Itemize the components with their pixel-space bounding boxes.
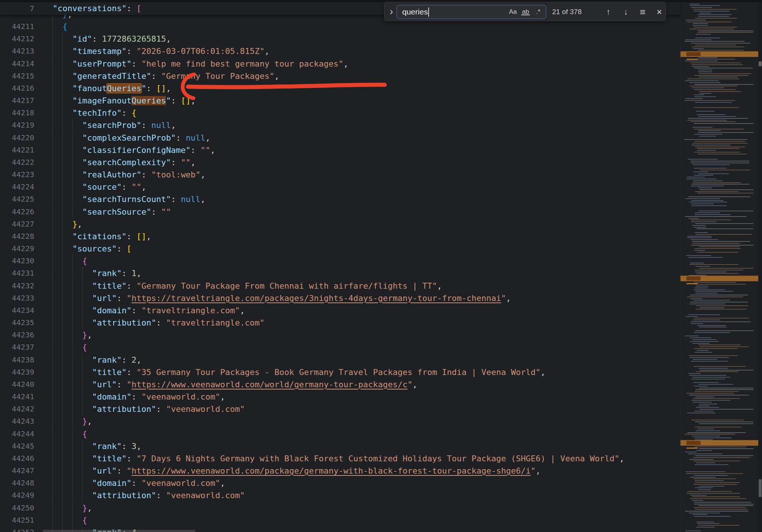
- indent-guide: [52, 169, 53, 181]
- minimap-code-line: [694, 141, 745, 142]
- overview-ruler-mark: [759, 61, 762, 66]
- code-text: {: [43, 20, 67, 33]
- match-case-toggle[interactable]: Aa: [507, 7, 519, 17]
- indent-guide: [63, 391, 63, 403]
- overview-ruler[interactable]: [758, 0, 762, 532]
- minimap-code-line: [694, 27, 737, 28]
- minimap-code-line: [691, 184, 750, 185]
- line-number: 44220: [0, 132, 34, 144]
- minimap-code-line: [691, 379, 725, 379]
- indent-guide: [63, 366, 63, 378]
- minimap-code-line: [695, 293, 718, 294]
- code-line: 44241 "domain": "veenaworld.com",: [0, 391, 680, 403]
- line-number: 44230: [0, 255, 34, 267]
- line-number: 44224: [0, 181, 34, 193]
- find-in-selection-button[interactable]: ≡: [636, 5, 649, 19]
- indent-guide: [52, 280, 53, 292]
- horizontal-scrollbar-thumb[interactable]: [43, 530, 195, 532]
- code-line: 44250 },: [0, 502, 680, 515]
- code-line: 44251 {: [0, 514, 680, 527]
- minimap-code-line: [699, 409, 753, 410]
- line-number: 44226: [0, 206, 34, 218]
- line-number: [0, 15, 34, 20]
- code-line: 44243 },: [0, 415, 680, 428]
- regex-toggle[interactable]: .*: [532, 7, 544, 17]
- minimap-code-line: [697, 325, 726, 326]
- minimap-code-line: [695, 427, 742, 427]
- find-results-count: 21 of 378: [552, 2, 582, 22]
- minimap-code-line: [695, 18, 737, 19]
- minimap-code-line: [694, 96, 716, 97]
- toggle-replace-chevron-icon[interactable]: ›: [387, 6, 396, 18]
- find-input[interactable]: queries Aa ab .*: [397, 5, 546, 19]
- minimap-code-line: [698, 77, 738, 77]
- minimap-code-line: [693, 359, 717, 360]
- minimap-code-line: [689, 395, 749, 395]
- whole-word-toggle[interactable]: ab: [520, 7, 531, 17]
- code-text: },: [43, 218, 82, 231]
- indent-guide: [52, 378, 53, 391]
- minimap-code-line: [695, 391, 739, 392]
- line-number: 44237: [0, 341, 34, 354]
- indent-guide: [63, 440, 63, 452]
- minimap-code-line: [694, 502, 751, 503]
- next-match-button[interactable]: ↓: [619, 5, 633, 19]
- minimap-code-line: [690, 498, 746, 499]
- minimap[interactable]: [680, 0, 758, 532]
- minimap-code-line: [690, 63, 741, 63]
- minimap-code-line: [695, 480, 724, 481]
- close-find-widget-button[interactable]: ✕: [653, 5, 666, 19]
- minimap-code-line: [693, 9, 737, 10]
- minimap-code-line: [692, 25, 708, 26]
- minimap-code-line: [694, 84, 753, 85]
- minimap-code-line: [687, 237, 712, 238]
- indent-guide: [63, 230, 63, 243]
- minimap-code-line: [696, 527, 715, 528]
- line-number: 44225: [0, 193, 34, 206]
- minimap-code-line: [691, 420, 744, 420]
- code-line: 44223 "realAuthor": "tool:web",: [0, 169, 680, 181]
- minimap-code-line: [685, 80, 719, 81]
- indent-guide: [82, 378, 83, 391]
- minimap-code-line: [690, 295, 748, 295]
- line-number: 44211: [0, 20, 34, 33]
- indent-guide: [82, 354, 83, 366]
- minimap-code-line: [696, 34, 711, 35]
- find-query-text: queries: [402, 7, 428, 16]
- minimap-code-line: [698, 14, 731, 15]
- indent-guide: [63, 181, 63, 193]
- indent-guide: [52, 489, 53, 501]
- code-text: "rank": 3,: [43, 440, 141, 453]
- indent-guide: [72, 206, 73, 218]
- vertical-scrollbar-thumb[interactable]: [759, 479, 762, 497]
- previous-match-button[interactable]: ↑: [602, 5, 615, 19]
- indent-guide: [63, 206, 63, 218]
- line-number: 44215: [0, 70, 34, 83]
- minimap-match-speck: [686, 59, 698, 60]
- minimap-code-line: [698, 32, 753, 33]
- code-text: },: [43, 415, 92, 428]
- minimap-code-line: [699, 370, 753, 371]
- minimap-code-line: [698, 368, 729, 369]
- minimap-code-line: [695, 214, 731, 215]
- minimap-code-line: [688, 373, 701, 374]
- indent-guide: [63, 82, 63, 94]
- code-text: "timestamp": "2026-03-07T06:01:05.815Z",: [43, 45, 269, 58]
- code-text: "searchSource": "": [43, 206, 171, 218]
- minimap-code-line: [685, 41, 745, 42]
- indent-guide: [52, 267, 53, 279]
- minimap-code-line: [699, 91, 741, 92]
- code-line: 44221 "classifierConfigName": "",: [0, 144, 680, 157]
- code-line: 44219 "searchProb": null,: [0, 119, 680, 132]
- minimap-code-line: [691, 321, 751, 322]
- code-text: "title": "7 Days 6 Nights Germany with B…: [43, 452, 624, 465]
- minimap-code-line: [695, 147, 745, 147]
- indent-guide: [72, 341, 73, 353]
- code-line: 44211 {: [0, 20, 680, 33]
- minimap-code-line: [697, 193, 753, 193]
- indent-guide: [63, 119, 63, 131]
- minimap-code-line: [690, 86, 737, 86]
- code-text: {: [43, 255, 87, 267]
- indent-guide: [72, 378, 73, 391]
- minimap-code-line: [689, 264, 739, 265]
